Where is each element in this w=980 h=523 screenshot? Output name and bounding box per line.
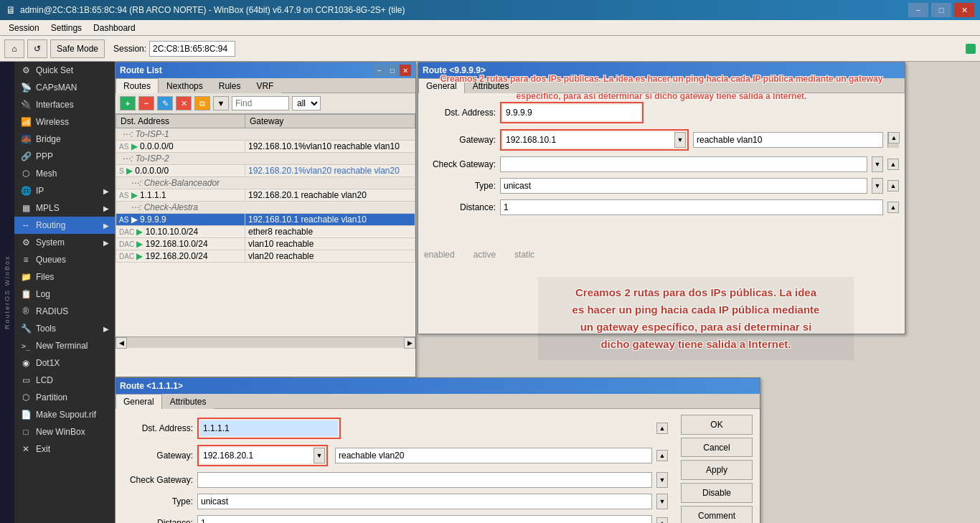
list-item[interactable]: DAC ▶ 192.168.20.0/24 vlan20 reachable <box>116 250 415 263</box>
copy-route-button[interactable]: ⧉ <box>194 96 210 110</box>
dot1x-icon: ◉ <box>20 357 32 369</box>
dst-scroll-up-111[interactable]: ▲ <box>656 423 668 434</box>
scroll-left-button[interactable]: ◀ <box>116 337 127 349</box>
list-item[interactable]: ⋯: Check-Balanceador <box>116 177 415 189</box>
sidebar-item-ip[interactable]: 🌐 IP ▶ <box>14 182 115 199</box>
list-item[interactable]: ⋯: To-ISP-2 <box>116 153 415 165</box>
log-icon: 📋 <box>20 288 32 300</box>
dst-address-input-999[interactable] <box>503 105 641 121</box>
sidebar-item-new-winbox[interactable]: □ New WinBox <box>14 423 115 440</box>
check-gateway-input-999[interactable] <box>500 156 867 172</box>
route-list-close[interactable]: ✕ <box>400 65 411 76</box>
type-dropdown-111[interactable]: ▼ <box>656 494 668 509</box>
type-up-999[interactable]: ▲ <box>887 180 899 192</box>
tab-111-attributes[interactable]: Attributes <box>162 394 215 409</box>
sidebar-item-make-supout[interactable]: 📄 Make Supout.rif <box>14 406 115 423</box>
distance-up-999[interactable]: ▲ <box>887 202 899 213</box>
sidebar-item-quickset[interactable]: ⚙ Quick Set <box>14 62 115 79</box>
sidebar-item-interfaces[interactable]: 🔌 Interfaces <box>14 96 115 113</box>
sidebar-item-routing[interactable]: ↔ Routing ▶ <box>14 217 115 234</box>
list-item[interactable]: ⋯: Check-Alestra <box>116 202 415 214</box>
sidebar-item-queues[interactable]: ≡ Queues <box>14 251 115 268</box>
dst-address-input-111[interactable] <box>200 420 338 436</box>
tab-rules[interactable]: Rules <box>211 78 249 93</box>
filter-dropdown[interactable]: all <box>292 96 321 110</box>
delete-route-button[interactable]: ✕ <box>176 96 192 110</box>
remove-route-button[interactable]: − <box>138 96 154 110</box>
sidebar-item-mesh[interactable]: ⬡ Mesh <box>14 165 115 182</box>
filter-route-button[interactable]: ▼ <box>213 96 229 110</box>
find-input[interactable] <box>232 96 289 110</box>
sidebar-item-wireless[interactable]: 📶 Wireless <box>14 113 115 131</box>
distance-up-111[interactable]: ▲ <box>656 517 668 523</box>
sidebar-item-files[interactable]: 📁 Files <box>14 268 115 286</box>
sidebar-item-system[interactable]: ⚙ System ▶ <box>14 234 115 251</box>
sidebar-item-new-terminal[interactable]: >_ New Terminal <box>14 337 115 354</box>
type-input-999[interactable] <box>500 178 867 194</box>
session-input[interactable] <box>149 41 235 57</box>
sidebar-item-tools[interactable]: 🔧 Tools ▶ <box>14 320 115 337</box>
check-gateway-dropdown-111[interactable]: ▼ <box>656 472 668 488</box>
gateway-dropdown-999[interactable]: ▼ <box>674 132 686 148</box>
gateway-extra-999[interactable] <box>693 132 883 148</box>
scroll-up-999[interactable]: ▲ <box>888 132 900 143</box>
tab-vrf[interactable]: VRF <box>248 78 281 93</box>
sidebar-item-partition[interactable]: ⬡ Partition <box>14 389 115 406</box>
sidebar-item-capsman[interactable]: 📡 CAPsMAN <box>14 79 115 96</box>
distance-input-111[interactable] <box>197 515 652 523</box>
ok-button[interactable]: OK <box>681 415 753 435</box>
maximize-button[interactable]: □ <box>931 3 951 17</box>
apply-button[interactable]: Apply <box>681 460 753 480</box>
add-route-button[interactable]: + <box>120 96 136 110</box>
check-gateway-input-111[interactable] <box>197 472 652 488</box>
distance-input-999[interactable] <box>500 199 883 215</box>
sidebar-item-log[interactable]: 📋 Log <box>14 286 115 303</box>
gateway-dropdown-111[interactable]: ▼ <box>314 448 325 463</box>
list-item[interactable]: ⋯: To-ISP-1 <box>116 128 415 141</box>
scroll-right-button[interactable]: ▶ <box>404 337 415 349</box>
edit-route-button[interactable]: ✎ <box>157 96 173 110</box>
tab-routes[interactable]: Routes <box>116 78 159 93</box>
sidebar-item-bridge[interactable]: 🌉 Bridge <box>14 131 115 148</box>
sidebar-item-mpls[interactable]: ▦ MPLS ▶ <box>14 199 115 217</box>
minimize-button[interactable]: − <box>908 3 928 17</box>
list-item[interactable]: DAC ▶ 192.168.10.0/24 vlan10 reachable <box>116 238 415 250</box>
check-gateway-up-999[interactable]: ▲ <box>887 159 899 170</box>
refresh-button[interactable]: ↺ <box>27 39 47 58</box>
sidebar-item-lcd[interactable]: ▭ LCD <box>14 372 115 389</box>
check-gateway-dropdown-999[interactable]: ▼ <box>872 156 883 172</box>
list-item[interactable]: AS ▶ 0.0.0.0/0 192.168.10.1%vlan10 reach… <box>116 141 415 153</box>
gateway-input-999[interactable] <box>503 132 674 148</box>
tab-111-general[interactable]: General <box>116 394 162 409</box>
type-input-111[interactable] <box>197 494 652 509</box>
menu-bar: Session Settings Dashboard <box>0 20 980 36</box>
close-button[interactable]: ✕ <box>954 3 974 17</box>
route-list-minimize[interactable]: − <box>374 65 385 76</box>
sidebar-item-dot1x[interactable]: ◉ Dot1X <box>14 354 115 372</box>
home-button[interactable]: ⌂ <box>4 39 24 58</box>
list-item[interactable]: AS ▶ 1.1.1.1 192.168.20.1 reachable vlan… <box>116 189 415 202</box>
tab-999-general[interactable]: General <box>418 78 465 93</box>
list-item[interactable]: AS ▶ 9.9.9.9 192.168.10.1 reachable vlan… <box>116 214 415 226</box>
tab-nexthops[interactable]: Nexthops <box>159 78 211 93</box>
comment-button[interactable]: Comment <box>681 506 753 523</box>
cancel-button[interactable]: Cancel <box>681 438 753 458</box>
sidebar-item-ppp[interactable]: 🔗 PPP <box>14 148 115 165</box>
gateway-input-111[interactable] <box>200 448 314 463</box>
type-dropdown-999[interactable]: ▼ <box>872 178 883 194</box>
gateway-scroll-up-111[interactable]: ▲ <box>656 450 668 461</box>
tab-999-attributes[interactable]: Attributes <box>465 78 517 93</box>
sidebar-item-radius[interactable]: ® RADIUS <box>14 303 115 320</box>
col-gateway[interactable]: Gateway <box>245 115 415 128</box>
safe-mode-button[interactable]: Safe Mode <box>50 39 105 58</box>
disable-button[interactable]: Disable <box>681 483 753 503</box>
col-dst-address[interactable]: Dst. Address <box>116 115 245 128</box>
list-item[interactable]: S ▶ 0.0.0.0/0 192.168.20.1%vlan20 reacha… <box>116 165 415 177</box>
menu-session[interactable]: Session <box>3 22 45 34</box>
sidebar-item-exit[interactable]: ✕ Exit <box>14 440 115 458</box>
route-list-maximize[interactable]: □ <box>387 65 398 76</box>
gateway-extra-111[interactable] <box>335 448 652 463</box>
menu-dashboard[interactable]: Dashboard <box>88 22 141 34</box>
menu-settings[interactable]: Settings <box>45 22 88 34</box>
list-item[interactable]: DAC ▶ 10.10.10.0/24 ether8 reachable <box>116 226 415 238</box>
